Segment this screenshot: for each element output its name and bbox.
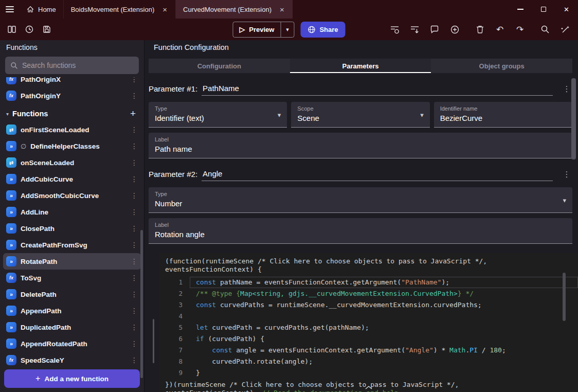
item-menu-button[interactable]: ⋮ (131, 142, 138, 150)
history-button[interactable] (23, 23, 36, 36)
delete-button[interactable] (473, 23, 486, 36)
add-function-icon[interactable]: + (128, 108, 138, 119)
parameter-menu-button[interactable]: ⋮ (561, 84, 572, 96)
save-button[interactable] (40, 23, 53, 36)
param1-scope-select[interactable]: Scope Scene ▾ (291, 102, 429, 128)
parameter-menu-button[interactable]: ⋮ (561, 170, 572, 181)
function-list-item[interactable]: »ClosePath⋮ (3, 220, 141, 237)
add-event-button[interactable] (388, 23, 401, 36)
tab-label: BoidsMovement (Extension) (71, 6, 155, 13)
add-comment-button[interactable] (428, 23, 441, 36)
close-tab-icon[interactable]: × (279, 6, 285, 13)
param1-identifier-input[interactable]: Identifier name BezierCurve (434, 102, 572, 128)
tab-home[interactable]: Home (20, 0, 64, 19)
magic-wand-icon (561, 25, 570, 34)
item-menu-button[interactable]: ⋮ (131, 77, 138, 83)
param2-type-select[interactable]: Type Number ▾ (149, 187, 572, 213)
code-lines[interactable]: 1const pathName = eventsFunctionContext.… (159, 277, 578, 379)
item-menu-button[interactable]: ⋮ (131, 356, 138, 364)
item-menu-button[interactable]: ⋮ (131, 92, 138, 100)
parameter-name-input[interactable]: PathName (202, 84, 553, 96)
line-number: 1 (159, 277, 190, 288)
function-list-item[interactable]: »AppendPath⋮ (3, 302, 141, 319)
item-menu-button[interactable]: ⋮ (131, 175, 138, 183)
maximize-button[interactable] (532, 0, 555, 19)
function-name: DefineHelperClasses (30, 142, 127, 150)
tab-parameters[interactable]: Parameters (290, 59, 431, 73)
tab-object-groups[interactable]: Object groups (431, 59, 572, 73)
sidebar-scrollbar[interactable] (140, 230, 143, 378)
tab-curvedmovement[interactable]: CurvedMovement (Extension) × (176, 0, 293, 19)
item-menu-button[interactable]: ⋮ (131, 191, 138, 200)
item-menu-button[interactable]: ⋮ (131, 126, 138, 134)
function-list-item[interactable]: »AddSmoothCubicCurve⋮ (3, 187, 141, 204)
item-menu-button[interactable]: ⋮ (131, 224, 138, 233)
item-menu-button[interactable]: ⋮ (131, 274, 138, 282)
param1-label-input[interactable]: Label Path name (149, 133, 572, 158)
item-menu-button[interactable]: ⋮ (131, 340, 138, 348)
expand-editor-button[interactable] (364, 384, 373, 391)
tab-label: Home (38, 6, 56, 13)
item-menu-button[interactable]: ⋮ (131, 241, 138, 249)
function-list-item[interactable]: »AddLine⋮ (3, 204, 141, 220)
code-line: 4 (159, 311, 578, 322)
panel-title: Function Configuration (144, 40, 578, 55)
javascript-code-editor[interactable]: (function(runtimeScene /* Click here to … (159, 253, 578, 392)
search-button[interactable] (538, 23, 552, 36)
function-list-item[interactable]: »RotatePath⋮ (3, 253, 141, 270)
line-number: 7 (159, 345, 190, 356)
function-list-item[interactable]: ⇄onSceneLoaded⋮ (3, 154, 141, 171)
field-value: Number (155, 199, 182, 208)
share-button[interactable]: Share (300, 22, 345, 38)
panel-scrollbar[interactable] (571, 78, 576, 159)
function-list-item[interactable]: fxPathOriginX⋮ (3, 77, 141, 87)
search-functions-box[interactable] (5, 57, 139, 74)
add-new-function-button[interactable]: + Add a new function (4, 369, 140, 388)
parameter-name-input[interactable]: Angle (202, 169, 553, 181)
function-list-item[interactable]: fxPathOriginY⋮ (3, 87, 141, 104)
preview-options-button[interactable]: ▾ (280, 22, 294, 37)
add-circle-icon (450, 25, 460, 34)
item-menu-button[interactable]: ⋮ (131, 158, 138, 167)
main-menu-button[interactable] (0, 0, 20, 19)
add-circle-button[interactable] (448, 23, 461, 36)
function-list-item[interactable]: ⇄onFirstSceneLoaded⋮ (3, 121, 141, 138)
close-button[interactable]: ✕ (555, 0, 578, 19)
project-manager-button[interactable] (5, 23, 19, 36)
code-line: 2/** @type {Map<string, gdjs.__curvedMov… (159, 288, 578, 299)
editor-scrollbar[interactable] (563, 273, 566, 321)
add-subevent-button[interactable] (408, 23, 421, 36)
undo-button[interactable]: ↶ (493, 23, 507, 36)
close-tab-icon[interactable]: × (161, 6, 168, 13)
item-menu-button[interactable]: ⋮ (131, 290, 138, 298)
panel-resize-handle[interactable] (153, 319, 154, 363)
function-list-item[interactable]: »DeletePath⋮ (3, 286, 141, 302)
function-list-item[interactable]: fxToSvg⋮ (3, 270, 141, 286)
item-menu-button[interactable]: ⋮ (131, 307, 138, 315)
configuration-tabs: Configuration Parameters Object groups (149, 59, 572, 73)
param2-label-input[interactable]: Label Rotation angle (149, 218, 572, 244)
preview-button[interactable]: ▷ Preview ▾ (232, 22, 294, 38)
field-label: Label (155, 136, 566, 142)
function-list-item[interactable]: fxSpeedScaleY⋮ (3, 352, 141, 366)
function-list-item[interactable]: »CreatePathFromSvg⋮ (3, 237, 141, 253)
function-list-item[interactable]: »DuplicatedPath⋮ (3, 319, 141, 335)
settings-button[interactable] (558, 23, 572, 36)
tab-configuration[interactable]: Configuration (149, 59, 290, 73)
minimize-button[interactable] (509, 0, 532, 19)
action-function-icon: » (6, 141, 16, 151)
function-list-item[interactable]: »∅DefineHelperClasses⋮ (3, 138, 141, 154)
documentation-link[interactable]: // Read the documentation and help (262, 389, 399, 392)
function-list-item[interactable]: »AddCubicCurve⋮ (3, 171, 141, 187)
tab-boidsmovement[interactable]: BoidsMovement (Extension) × (64, 0, 176, 19)
param1-type-select[interactable]: Type Identifier (text) ▾ (149, 102, 287, 128)
code-wrapper-header[interactable]: (function(runtimeScene /* Click here to … (159, 253, 578, 277)
item-menu-button[interactable]: ⋮ (131, 208, 138, 216)
item-menu-button[interactable]: ⋮ (131, 257, 138, 265)
functions-section-header[interactable]: ▾ Functions + (0, 106, 144, 121)
redo-button[interactable]: ↷ (513, 23, 527, 36)
search-functions-input[interactable] (22, 61, 134, 69)
item-menu-button[interactable]: ⋮ (131, 323, 138, 331)
function-list-item[interactable]: »AppendRotatedPath⋮ (3, 335, 141, 352)
close-icon: ✕ (564, 6, 569, 13)
